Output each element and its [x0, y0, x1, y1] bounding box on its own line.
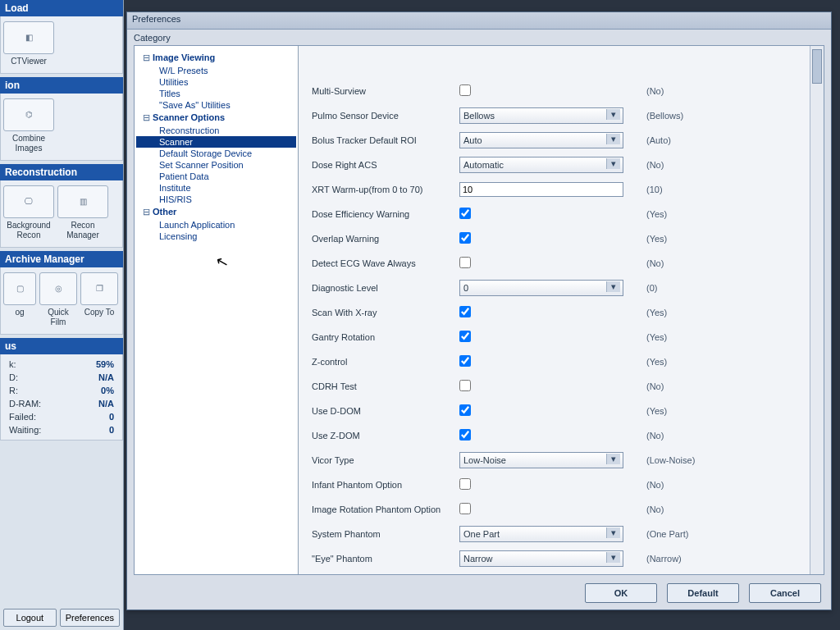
setting-checkbox[interactable] [459, 84, 471, 96]
setting-label: Z-control [312, 357, 459, 367]
setting-row: Pulmo Sensor DeviceBellows(Bellows) [299, 103, 809, 128]
tree-item[interactable]: Set Scanner Position [136, 159, 296, 171]
palette-title-ion: ion [0, 77, 123, 94]
stat-row: R:0% [2, 384, 121, 397]
tree-icon: ⌬ [3, 98, 54, 131]
tree-item[interactable]: HIS/RIS [136, 194, 296, 205]
tree-group[interactable]: Other [136, 205, 296, 219]
scrollbar-thumb[interactable] [812, 49, 822, 84]
tree-group[interactable]: Image Viewing [136, 51, 296, 65]
tree-item[interactable]: Patient Data [136, 171, 296, 182]
tile-combine-images[interactable]: ⌬ Combine Images [3, 98, 54, 153]
setting-checkbox[interactable] [459, 306, 471, 317]
setting-label: Infant Phantom Option [312, 480, 459, 490]
tree-item[interactable]: Reconstruction [136, 125, 296, 136]
monitor-icon: 🖵 [3, 185, 54, 218]
setting-label: Multi-Surview [312, 86, 459, 96]
setting-checkbox[interactable] [459, 208, 471, 219]
setting-row: Multi-Surview(No) [299, 79, 809, 103]
setting-checkbox[interactable] [459, 429, 471, 441]
camera-icon: ◎ [39, 272, 77, 305]
tree-group[interactable]: Scanner Options [136, 111, 296, 125]
setting-row: Dose Right ACSAutomatic(No) [299, 153, 809, 177]
setting-checkbox[interactable] [459, 503, 471, 514]
tree-item[interactable]: Scanner [136, 136, 296, 148]
tile-label: Background Recon [3, 221, 54, 240]
setting-checkbox[interactable] [459, 257, 471, 268]
setting-row: Overlap Warning(Yes) [299, 226, 809, 251]
setting-checkbox[interactable] [459, 380, 471, 391]
setting-row: Bolus Tracker Default ROIAuto(Auto) [299, 128, 809, 153]
setting-default-hint: (Yes) [640, 234, 730, 244]
setting-label: "Eye" Phantom [312, 554, 459, 564]
setting-label: Overlap Warning [312, 234, 459, 244]
palette-title-load: Load [0, 0, 123, 16]
cube-icon: ◧ [3, 21, 54, 54]
setting-select[interactable]: Automatic [459, 157, 623, 173]
setting-default-hint: (No) [640, 381, 730, 391]
palette-body-load: ◧ CTViewer [0, 16, 123, 74]
tree-item[interactable]: Utilities [136, 76, 296, 88]
tree-item[interactable]: Launch Application [136, 219, 296, 231]
setting-row: Z-control(Yes) [299, 349, 809, 374]
setting-default-hint: (0) [640, 283, 730, 293]
setting-select[interactable]: One Part [459, 526, 623, 542]
logout-button[interactable]: Logout [3, 609, 57, 627]
setting-row: XRT Warm-up(from 0 to 70)(10) [299, 177, 809, 202]
setting-label: Dose Efficiency Warning [312, 209, 459, 219]
tile-copy-to[interactable]: ❐ Copy To [80, 272, 118, 327]
tree-item[interactable]: W/L Presets [136, 65, 296, 76]
setting-label: CDRH Test [312, 381, 459, 391]
tree-item[interactable]: Licensing [136, 231, 296, 242]
scrollbar[interactable] [810, 46, 824, 574]
setting-checkbox[interactable] [459, 355, 471, 367]
setting-default-hint: (No) [640, 86, 730, 96]
setting-select[interactable]: Bellows [459, 107, 623, 124]
setting-default-hint: (Yes) [640, 209, 730, 219]
tree-item[interactable]: Titles [136, 88, 296, 99]
setting-select[interactable]: Narrow [459, 550, 623, 567]
tile-a[interactable]: ▢ og [3, 272, 36, 327]
setting-default-hint: (No) [640, 504, 730, 514]
tree-item[interactable]: Default Storage Device [136, 148, 296, 159]
setting-select[interactable]: Low-Noise [459, 452, 623, 468]
setting-select[interactable]: 0 [459, 280, 623, 296]
ok-button[interactable]: OK [585, 583, 657, 603]
setting-label: System Phantom [312, 529, 459, 539]
setting-label: Pulmo Sensor Device [312, 111, 459, 121]
setting-label: Diagnostic Level [312, 283, 459, 293]
default-button[interactable]: Default [667, 583, 739, 603]
setting-default-hint: (Yes) [640, 406, 730, 416]
setting-label: Image Rotation Phantom Option [312, 504, 459, 514]
tree-item[interactable]: "Save As" Utilities [136, 99, 296, 111]
setting-row: "Eye" PhantomNarrow(Narrow) [299, 546, 809, 571]
preferences-button[interactable]: Preferences [60, 609, 120, 627]
stat-row: Failed:0 [2, 410, 121, 423]
tile-ctviewer[interactable]: ◧ CTViewer [3, 21, 54, 66]
tile-recon-mgr[interactable]: ▥ Recon Manager [57, 185, 108, 240]
setting-row: Vicor TypeLow-Noise(Low-Noise) [299, 448, 809, 472]
left-palette: Load ◧ CTViewer ion ⌬ Combine Images Rec… [0, 0, 124, 630]
setting-default-hint: (Yes) [640, 308, 730, 317]
tile-quick-film[interactable]: ◎ Quick Film [39, 272, 77, 327]
tree-item[interactable]: Institute [136, 182, 296, 194]
setting-checkbox[interactable] [459, 232, 471, 244]
tile-label: Recon Manager [57, 221, 108, 240]
category-tree[interactable]: Image ViewingW/L PresetsUtilitiesTitles"… [135, 46, 299, 574]
setting-label: Dose Right ACS [312, 160, 459, 170]
setting-checkbox[interactable] [459, 478, 471, 490]
setting-text[interactable] [459, 182, 623, 197]
stat-row: D:N/A [2, 371, 121, 384]
tile-bg-recon[interactable]: 🖵 Background Recon [3, 185, 54, 240]
setting-checkbox[interactable] [459, 331, 471, 342]
palette-title-recon: Reconstruction [0, 164, 123, 180]
cancel-button[interactable]: Cancel [749, 583, 821, 603]
dialog-title: Preferences [127, 12, 831, 30]
tile-label: Copy To [80, 308, 118, 317]
setting-checkbox[interactable] [459, 404, 471, 416]
setting-default-hint: (Low-Noise) [640, 455, 730, 465]
palette-title-archive: Archive Manager [0, 251, 123, 267]
setting-row: Diagnostic Level0(0) [299, 276, 809, 300]
setting-select[interactable]: Auto [459, 132, 623, 148]
setting-default-hint: (Yes) [640, 357, 730, 367]
